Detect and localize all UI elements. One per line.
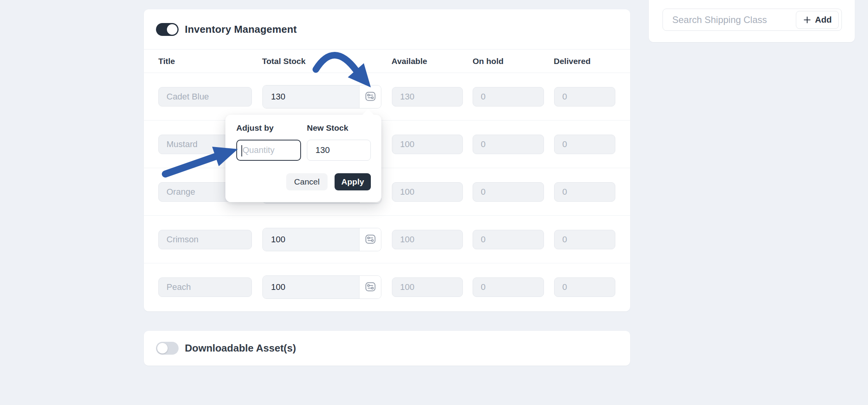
available-input bbox=[392, 277, 463, 297]
table-row bbox=[144, 216, 630, 263]
on-hold-input bbox=[473, 277, 544, 297]
new-stock-label: New Stock bbox=[307, 123, 348, 133]
downloadable-assets-card: Downloadable Asset(s) bbox=[144, 331, 630, 366]
downloadable-assets-title: Downloadable Asset(s) bbox=[185, 342, 296, 354]
on-hold-input bbox=[473, 182, 544, 202]
delivered-input bbox=[554, 230, 615, 249]
total-stock-input[interactable] bbox=[263, 228, 359, 251]
table-row bbox=[144, 263, 630, 311]
add-button-label: Add bbox=[815, 15, 832, 25]
column-header-available: Available bbox=[391, 50, 427, 73]
inventory-management-toggle[interactable] bbox=[156, 23, 179, 36]
adjust-stock-popover: Adjust by New Stock Cancel Apply bbox=[225, 115, 381, 202]
add-shipping-class-button[interactable]: Add bbox=[796, 11, 839, 29]
toggle-knob bbox=[157, 343, 168, 353]
shipping-class-panel: Add bbox=[649, 0, 855, 42]
shipping-class-search-wrap: Add bbox=[663, 9, 842, 31]
downloadable-assets-toggle[interactable] bbox=[156, 342, 179, 355]
variation-title-input bbox=[158, 87, 252, 107]
delivered-input bbox=[554, 87, 615, 107]
sliders-icon bbox=[364, 233, 377, 247]
inventory-card-header: Inventory Management bbox=[144, 9, 630, 50]
on-hold-input bbox=[473, 135, 544, 154]
text-cursor bbox=[241, 145, 242, 156]
available-input bbox=[392, 135, 463, 154]
column-header-total-stock: Total Stock bbox=[262, 50, 306, 73]
adjust-stock-button[interactable] bbox=[359, 276, 381, 298]
adjust-stock-button[interactable] bbox=[359, 85, 381, 108]
toggle-knob bbox=[167, 24, 177, 35]
total-stock-input[interactable] bbox=[263, 276, 359, 298]
cancel-button[interactable]: Cancel bbox=[286, 173, 328, 190]
total-stock-group bbox=[262, 228, 381, 251]
variation-title-input bbox=[158, 230, 252, 249]
column-header-title: Title bbox=[158, 50, 175, 73]
apply-button[interactable]: Apply bbox=[335, 173, 371, 190]
table-row bbox=[144, 121, 630, 168]
plus-icon bbox=[803, 16, 811, 24]
table-row bbox=[144, 168, 630, 216]
inventory-title: Inventory Management bbox=[185, 23, 297, 36]
inventory-table-header: Title Total Stock Available On hold Deli… bbox=[144, 50, 630, 73]
total-stock-group bbox=[262, 275, 381, 299]
available-input bbox=[392, 87, 463, 107]
inventory-card: Inventory Management Title Total Stock A… bbox=[144, 9, 630, 311]
variation-title-input bbox=[158, 277, 252, 297]
adjust-stock-button[interactable] bbox=[359, 228, 381, 251]
on-hold-input bbox=[473, 87, 544, 107]
quantity-input[interactable] bbox=[237, 140, 300, 160]
column-header-delivered: Delivered bbox=[554, 50, 591, 73]
sliders-icon bbox=[364, 90, 377, 104]
delivered-input bbox=[554, 182, 615, 202]
table-row bbox=[144, 73, 630, 121]
new-stock-input[interactable] bbox=[307, 140, 371, 161]
total-stock-group bbox=[262, 85, 381, 108]
total-stock-input[interactable] bbox=[263, 85, 359, 108]
delivered-input bbox=[554, 135, 615, 154]
sliders-icon bbox=[364, 281, 377, 294]
adjust-by-label: Adjust by bbox=[236, 123, 274, 133]
column-header-on-hold: On hold bbox=[473, 50, 503, 73]
available-input bbox=[392, 182, 463, 202]
on-hold-input bbox=[473, 230, 544, 249]
available-input bbox=[392, 230, 463, 249]
quantity-field-wrap bbox=[236, 140, 301, 161]
delivered-input bbox=[554, 277, 615, 297]
